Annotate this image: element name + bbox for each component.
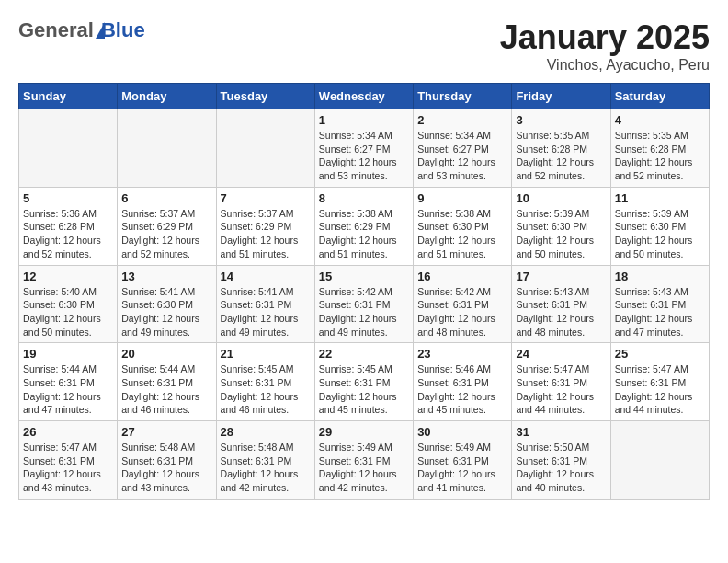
week-row-3: 12Sunrise: 5:40 AM Sunset: 6:30 PM Dayli… (19, 265, 710, 343)
day-info: Sunrise: 5:35 AM Sunset: 6:28 PM Dayligh… (615, 129, 705, 183)
day-info: Sunrise: 5:41 AM Sunset: 6:30 PM Dayligh… (121, 285, 211, 339)
day-number: 3 (516, 113, 606, 127)
day-info: Sunrise: 5:34 AM Sunset: 6:27 PM Dayligh… (417, 129, 507, 183)
calendar-cell: 4Sunrise: 5:35 AM Sunset: 6:28 PM Daylig… (610, 109, 709, 188)
day-info: Sunrise: 5:34 AM Sunset: 6:27 PM Dayligh… (319, 129, 409, 183)
day-info: Sunrise: 5:50 AM Sunset: 6:31 PM Dayligh… (516, 441, 606, 495)
calendar-cell (610, 421, 709, 500)
day-number: 2 (417, 113, 507, 127)
calendar-cell: 29Sunrise: 5:49 AM Sunset: 6:31 PM Dayli… (314, 421, 413, 500)
day-info: Sunrise: 5:45 AM Sunset: 6:31 PM Dayligh… (221, 362, 311, 417)
calendar-cell: 19Sunrise: 5:44 AM Sunset: 6:31 PM Dayli… (19, 343, 118, 421)
calendar-cell: 15Sunrise: 5:42 AM Sunset: 6:31 PM Dayli… (314, 265, 413, 343)
logo-blue: Blue (101, 18, 145, 42)
day-info: Sunrise: 5:40 AM Sunset: 6:30 PM Dayligh… (23, 285, 113, 339)
day-info: Sunrise: 5:36 AM Sunset: 6:28 PM Dayligh… (23, 207, 113, 261)
calendar-cell: 16Sunrise: 5:42 AM Sunset: 6:31 PM Dayli… (414, 265, 512, 343)
calendar-cell: 31Sunrise: 5:50 AM Sunset: 6:31 PM Dayli… (512, 421, 610, 500)
calendar-cell: 22Sunrise: 5:45 AM Sunset: 6:31 PM Dayli… (314, 343, 413, 421)
day-number: 31 (516, 425, 606, 439)
header-monday: Monday (118, 84, 216, 109)
header-tuesday: Tuesday (216, 84, 314, 109)
day-number: 17 (516, 270, 606, 283)
calendar-cell: 25Sunrise: 5:47 AM Sunset: 6:31 PM Dayli… (610, 343, 709, 421)
calendar-cell: 20Sunrise: 5:44 AM Sunset: 6:31 PM Dayli… (118, 343, 216, 421)
day-info: Sunrise: 5:39 AM Sunset: 6:30 PM Dayligh… (615, 207, 705, 261)
calendar-cell: 7Sunrise: 5:37 AM Sunset: 6:29 PM Daylig… (216, 187, 314, 265)
day-number: 15 (319, 270, 409, 283)
day-number: 10 (516, 191, 606, 205)
week-row-5: 26Sunrise: 5:47 AM Sunset: 6:31 PM Dayli… (19, 421, 710, 500)
calendar-cell: 24Sunrise: 5:47 AM Sunset: 6:31 PM Dayli… (512, 343, 610, 421)
day-number: 8 (319, 191, 409, 205)
day-number: 7 (221, 191, 311, 205)
day-info: Sunrise: 5:49 AM Sunset: 6:31 PM Dayligh… (417, 441, 507, 495)
day-number: 30 (417, 425, 507, 439)
calendar-table: SundayMondayTuesdayWednesdayThursdayFrid… (18, 83, 710, 500)
week-row-4: 19Sunrise: 5:44 AM Sunset: 6:31 PM Dayli… (19, 343, 710, 421)
calendar-cell: 11Sunrise: 5:39 AM Sunset: 6:30 PM Dayli… (610, 187, 709, 265)
day-number: 5 (23, 191, 113, 205)
day-info: Sunrise: 5:37 AM Sunset: 6:29 PM Dayligh… (121, 207, 211, 261)
day-number: 21 (221, 347, 311, 361)
day-number: 18 (615, 270, 705, 283)
day-number: 16 (417, 270, 507, 283)
calendar-cell: 21Sunrise: 5:45 AM Sunset: 6:31 PM Dayli… (216, 343, 314, 421)
header-sunday: Sunday (19, 84, 118, 109)
day-number: 20 (121, 347, 211, 361)
day-info: Sunrise: 5:41 AM Sunset: 6:31 PM Dayligh… (221, 285, 311, 339)
page-title: January 2025 (500, 18, 710, 57)
day-number: 22 (319, 347, 409, 361)
day-info: Sunrise: 5:47 AM Sunset: 6:31 PM Dayligh… (516, 362, 606, 417)
day-info: Sunrise: 5:37 AM Sunset: 6:29 PM Dayligh… (221, 207, 311, 261)
calendar-cell: 27Sunrise: 5:48 AM Sunset: 6:31 PM Dayli… (118, 421, 216, 500)
header-saturday: Saturday (610, 84, 709, 109)
day-info: Sunrise: 5:47 AM Sunset: 6:31 PM Dayligh… (615, 362, 705, 417)
day-info: Sunrise: 5:38 AM Sunset: 6:30 PM Dayligh… (417, 207, 507, 261)
day-info: Sunrise: 5:42 AM Sunset: 6:31 PM Dayligh… (319, 285, 409, 339)
day-number: 24 (516, 347, 606, 361)
day-number: 4 (615, 113, 705, 127)
calendar-cell: 30Sunrise: 5:49 AM Sunset: 6:31 PM Dayli… (414, 421, 512, 500)
day-number: 13 (121, 270, 211, 283)
day-number: 23 (417, 347, 507, 361)
day-info: Sunrise: 5:44 AM Sunset: 6:31 PM Dayligh… (121, 362, 211, 417)
day-number: 28 (221, 425, 311, 439)
day-number: 25 (615, 347, 705, 361)
calendar-header-row: SundayMondayTuesdayWednesdayThursdayFrid… (19, 84, 710, 109)
day-number: 9 (417, 191, 507, 205)
calendar-cell (19, 109, 118, 188)
title-block: January 2025 Vinchos, Ayacucho, Peru (500, 18, 710, 74)
day-info: Sunrise: 5:35 AM Sunset: 6:28 PM Dayligh… (516, 129, 606, 183)
day-info: Sunrise: 5:47 AM Sunset: 6:31 PM Dayligh… (23, 441, 113, 495)
calendar-cell: 1Sunrise: 5:34 AM Sunset: 6:27 PM Daylig… (314, 109, 413, 188)
day-info: Sunrise: 5:43 AM Sunset: 6:31 PM Dayligh… (516, 285, 606, 339)
calendar-cell: 18Sunrise: 5:43 AM Sunset: 6:31 PM Dayli… (610, 265, 709, 343)
calendar-cell: 3Sunrise: 5:35 AM Sunset: 6:28 PM Daylig… (512, 109, 610, 188)
day-number: 27 (121, 425, 211, 439)
header-thursday: Thursday (414, 84, 512, 109)
day-info: Sunrise: 5:45 AM Sunset: 6:31 PM Dayligh… (319, 362, 409, 417)
day-info: Sunrise: 5:44 AM Sunset: 6:31 PM Dayligh… (23, 362, 113, 417)
day-info: Sunrise: 5:48 AM Sunset: 6:31 PM Dayligh… (121, 441, 211, 495)
header-wednesday: Wednesday (314, 84, 413, 109)
calendar-cell: 2Sunrise: 5:34 AM Sunset: 6:27 PM Daylig… (414, 109, 512, 188)
day-info: Sunrise: 5:39 AM Sunset: 6:30 PM Dayligh… (516, 207, 606, 261)
day-number: 14 (221, 270, 311, 283)
calendar-cell: 10Sunrise: 5:39 AM Sunset: 6:30 PM Dayli… (512, 187, 610, 265)
calendar-cell: 6Sunrise: 5:37 AM Sunset: 6:29 PM Daylig… (118, 187, 216, 265)
day-number: 29 (319, 425, 409, 439)
week-row-1: 1Sunrise: 5:34 AM Sunset: 6:27 PM Daylig… (19, 109, 710, 188)
header-friday: Friday (512, 84, 610, 109)
calendar-cell (118, 109, 216, 188)
calendar-cell: 13Sunrise: 5:41 AM Sunset: 6:30 PM Dayli… (118, 265, 216, 343)
calendar-cell: 28Sunrise: 5:48 AM Sunset: 6:31 PM Dayli… (216, 421, 314, 500)
day-number: 6 (121, 191, 211, 205)
calendar-cell: 12Sunrise: 5:40 AM Sunset: 6:30 PM Dayli… (19, 265, 118, 343)
logo-general: General (18, 18, 94, 42)
day-info: Sunrise: 5:46 AM Sunset: 6:31 PM Dayligh… (417, 362, 507, 417)
day-info: Sunrise: 5:48 AM Sunset: 6:31 PM Dayligh… (221, 441, 311, 495)
logo-text: General Blue (18, 18, 145, 42)
calendar-cell (216, 109, 314, 188)
calendar-cell: 9Sunrise: 5:38 AM Sunset: 6:30 PM Daylig… (414, 187, 512, 265)
